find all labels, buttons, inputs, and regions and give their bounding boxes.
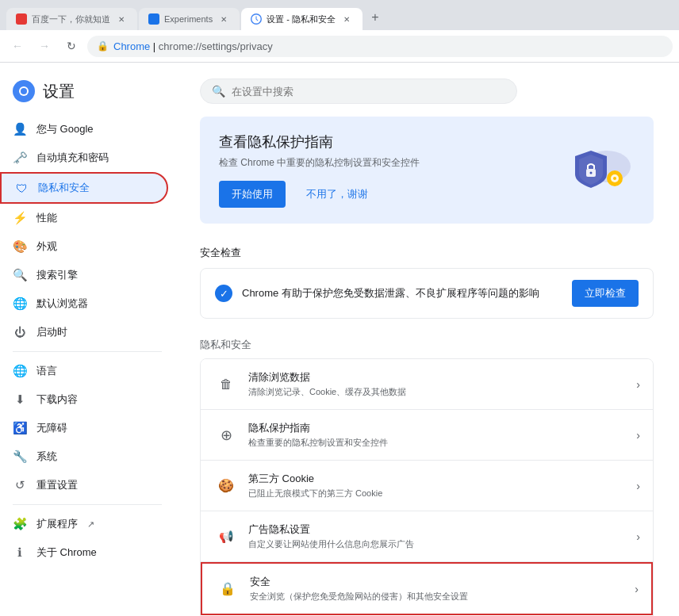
sidebar-item-accessibility[interactable]: ♿ 无障碍 bbox=[0, 414, 168, 442]
new-tab-button[interactable]: + bbox=[364, 6, 386, 29]
privacy-item-ad-privacy[interactable]: 📢 广告隐私设置 自定义要让网站使用什么信息向您展示广告 › bbox=[201, 511, 653, 562]
lock-icon: 🔒 bbox=[97, 40, 109, 52]
forward-button[interactable]: → bbox=[33, 35, 56, 57]
main-content: 🔍 查看隐私保护指南 检查 Chrome 中重要的隐私控制设置和安全控件 开始使… bbox=[175, 63, 679, 616]
tab-1-close[interactable]: ✕ bbox=[115, 13, 128, 25]
clear-browsing-text: 清除浏览数据 清除浏览记录、Cookie、缓存及其他数据 bbox=[248, 370, 636, 398]
external-link-icon: ↗ bbox=[87, 519, 94, 530]
address-bar-container: ← → ↻ 🔒 Chrome | chrome://settings/priva… bbox=[0, 30, 679, 63]
reset-icon: ↺ bbox=[13, 478, 27, 492]
system-label: 系统 bbox=[36, 450, 57, 464]
chrome-logo-icon bbox=[13, 80, 35, 102]
banner-content: 查看隐私保护指南 检查 Chrome 中重要的隐私控制设置和安全控件 开始使用 … bbox=[219, 132, 420, 208]
address-text: Chrome | chrome://settings/privacy bbox=[113, 40, 663, 52]
tab-3-favicon bbox=[251, 13, 262, 25]
address-separator: | bbox=[150, 40, 159, 52]
sidebar-item-performance[interactable]: ⚡ 性能 bbox=[0, 204, 168, 232]
sidebar-item-you-google[interactable]: 👤 您与 Google bbox=[0, 115, 168, 143]
you-google-icon: 👤 bbox=[13, 122, 27, 136]
autofill-icon: 🗝️ bbox=[13, 151, 27, 165]
tab-2-close[interactable]: ✕ bbox=[217, 13, 230, 25]
privacy-guide-title: 隐私保护指南 bbox=[248, 421, 636, 435]
performance-label: 性能 bbox=[36, 211, 57, 225]
privacy-guide-desc: 检查重要的隐私控制设置和安全控件 bbox=[248, 437, 636, 449]
security-check-icon: ✓ bbox=[215, 285, 232, 302]
start-button[interactable]: 开始使用 bbox=[219, 181, 286, 208]
sidebar-header: 设置 bbox=[0, 72, 175, 115]
sidebar-item-appearance[interactable]: 🎨 外观 bbox=[0, 232, 168, 261]
appearance-label: 外观 bbox=[36, 239, 57, 254]
search-engine-label: 搜索引擎 bbox=[36, 268, 78, 282]
tab-1-favicon bbox=[16, 13, 27, 25]
extensions-label: 扩展程序 bbox=[36, 517, 78, 531]
privacy-item-third-party-cookie[interactable]: 🍪 第三方 Cookie 已阻止无痕模式下的第三方 Cookie › bbox=[201, 461, 653, 511]
privacy-items-list: 🗑 清除浏览数据 清除浏览记录、Cookie、缓存及其他数据 › ⊕ 隐私保护指… bbox=[200, 358, 654, 616]
sidebar-divider-2 bbox=[13, 504, 162, 505]
search-engine-icon: 🔍 bbox=[13, 268, 27, 282]
address-path: chrome://settings/privacy bbox=[159, 40, 273, 52]
sidebar-item-privacy[interactable]: 🛡 隐私和安全 bbox=[0, 172, 168, 204]
search-icon: 🔍 bbox=[212, 85, 225, 98]
banner-description: 检查 Chrome 中重要的隐私控制设置和安全控件 bbox=[219, 156, 420, 170]
extensions-icon: 🧩 bbox=[13, 517, 27, 531]
privacy-item-security[interactable]: 🔒 安全 安全浏览（保护您免受危险网站的侵害）和其他安全设置 › bbox=[201, 562, 653, 615]
default-browser-icon: 🌐 bbox=[13, 297, 27, 311]
privacy-item-privacy-guide[interactable]: ⊕ 隐私保护指南 检查重要的隐私控制设置和安全控件 › bbox=[201, 410, 653, 461]
banner-actions: 开始使用 不用了，谢谢 bbox=[219, 181, 420, 208]
about-label: 关于 Chrome bbox=[36, 545, 97, 560]
tab-3[interactable]: 设置 - 隐私和安全 ✕ bbox=[241, 8, 363, 30]
clear-browsing-icon: 🗑 bbox=[213, 372, 239, 397]
third-party-cookie-title: 第三方 Cookie bbox=[248, 472, 636, 486]
security-check-card: ✓ Chrome 有助于保护您免受数据泄露、不良扩展程序等问题的影响 立即检查 bbox=[200, 268, 654, 319]
language-icon: 🌐 bbox=[13, 364, 27, 378]
sidebar-divider-1 bbox=[13, 351, 162, 352]
startup-label: 启动时 bbox=[36, 325, 67, 339]
system-icon: 🔧 bbox=[13, 450, 27, 464]
ad-privacy-desc: 自定义要让网站使用什么信息向您展示广告 bbox=[248, 538, 636, 550]
sidebar: 设置 👤 您与 Google 🗝️ 自动填充和密码 🛡 隐私和安全 ⚡ 性能 🎨… bbox=[0, 63, 175, 616]
sidebar-item-extensions[interactable]: 🧩 扩展程序 ↗ bbox=[0, 510, 168, 538]
clear-browsing-desc: 清除浏览记录、Cookie、缓存及其他数据 bbox=[248, 386, 636, 398]
third-party-cookie-text: 第三方 Cookie 已阻止无痕模式下的第三方 Cookie bbox=[248, 472, 636, 499]
sidebar-item-default-browser[interactable]: 🌐 默认浏览器 bbox=[0, 289, 168, 318]
reset-label: 重置设置 bbox=[36, 478, 78, 492]
address-brand: Chrome bbox=[113, 40, 150, 52]
performance-icon: ⚡ bbox=[13, 211, 27, 225]
ad-privacy-title: 广告隐私设置 bbox=[248, 522, 636, 537]
dismiss-button[interactable]: 不用了，谢谢 bbox=[293, 181, 381, 208]
privacy-guide-banner: 查看隐私保护指南 检查 Chrome 中重要的隐私控制设置和安全控件 开始使用 … bbox=[200, 117, 654, 224]
tab-bar: 百度一下，你就知道 ✕ Experiments ✕ 设置 - 隐私和安全 ✕ + bbox=[6, 6, 673, 30]
sidebar-item-system[interactable]: 🔧 系统 bbox=[0, 442, 168, 471]
tab-3-close[interactable]: ✕ bbox=[340, 13, 353, 25]
clear-browsing-arrow: › bbox=[636, 378, 640, 391]
browser-chrome: 百度一下，你就知道 ✕ Experiments ✕ 设置 - 隐私和安全 ✕ + bbox=[0, 0, 679, 30]
svg-point-6 bbox=[590, 171, 593, 174]
address-bar[interactable]: 🔒 Chrome | chrome://settings/privacy bbox=[87, 36, 673, 57]
sidebar-item-downloads[interactable]: ⬇ 下载内容 bbox=[0, 385, 168, 414]
banner-title: 查看隐私保护指南 bbox=[219, 132, 420, 151]
tab-1[interactable]: 百度一下，你就知道 ✕ bbox=[6, 8, 137, 30]
tab-2[interactable]: Experiments ✕ bbox=[139, 8, 240, 30]
security-check-button[interactable]: 立即检查 bbox=[572, 280, 639, 307]
sidebar-item-search[interactable]: 🔍 搜索引擎 bbox=[0, 261, 168, 289]
back-button[interactable]: ← bbox=[6, 35, 29, 57]
third-party-cookie-desc: 已阻止无痕模式下的第三方 Cookie bbox=[248, 488, 636, 499]
search-input[interactable] bbox=[232, 86, 505, 98]
appearance-icon: 🎨 bbox=[13, 239, 27, 254]
settings-search-bar[interactable]: 🔍 bbox=[200, 78, 517, 104]
banner-illustration bbox=[547, 139, 635, 202]
sidebar-item-about[interactable]: ℹ 关于 Chrome bbox=[0, 538, 168, 567]
svg-point-3 bbox=[21, 88, 27, 94]
language-label: 语言 bbox=[36, 364, 57, 378]
sidebar-item-reset[interactable]: ↺ 重置设置 bbox=[0, 471, 168, 499]
sidebar-item-language[interactable]: 🌐 语言 bbox=[0, 357, 168, 385]
sidebar-item-autofill[interactable]: 🗝️ 自动填充和密码 bbox=[0, 143, 168, 172]
accessibility-label: 无障碍 bbox=[36, 421, 67, 435]
privacy-item-clear-browsing[interactable]: 🗑 清除浏览数据 清除浏览记录、Cookie、缓存及其他数据 › bbox=[201, 359, 653, 410]
third-party-cookie-arrow: › bbox=[636, 480, 640, 492]
sidebar-item-startup[interactable]: ⏻ 启动时 bbox=[0, 318, 168, 346]
privacy-guide-arrow: › bbox=[636, 429, 640, 442]
tab-2-label: Experiments bbox=[164, 14, 213, 24]
svg-point-9 bbox=[613, 177, 616, 180]
reload-button[interactable]: ↻ bbox=[60, 35, 82, 57]
